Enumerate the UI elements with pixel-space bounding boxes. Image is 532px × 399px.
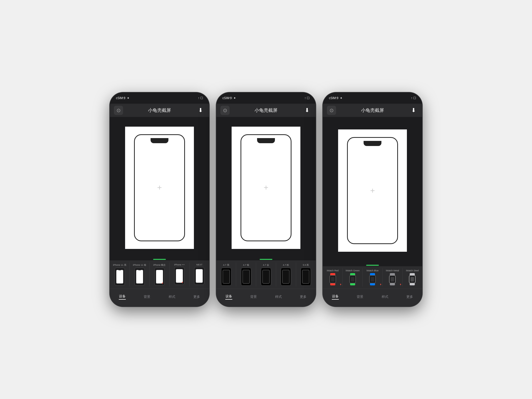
- watch-band-bottom-2: [370, 283, 375, 285]
- device-thumb-47-4: [301, 268, 311, 286]
- watch-thumb-0: [328, 273, 338, 286]
- tab-more-2[interactable]: 更多: [291, 295, 316, 301]
- watch-band-bottom-1: [350, 283, 355, 285]
- device-item-watch-steel[interactable]: iWatch Steel: [403, 268, 422, 287]
- tab-device-2[interactable]: 设备: [216, 294, 241, 302]
- device-item-47-pink[interactable]: 4.7 粉: [276, 262, 296, 287]
- tab-device-label-2: 设备: [225, 294, 232, 299]
- device-thumb-47-3: [281, 268, 291, 286]
- device-item-watch-metal[interactable]: iWatch Metal 📍: [383, 268, 403, 287]
- device-label-1: iPhone 11 银: [133, 263, 146, 267]
- phone-2: cSIM卡 ✦ ↑ ☐ ⊙ 小龟壳截屏 ⬇ +: [216, 92, 316, 307]
- tab-style-label-2: 样式: [275, 295, 282, 299]
- notch-1: [143, 92, 176, 100]
- green-dot-1: [153, 259, 166, 260]
- fingerprint-icon-1: ⊙: [116, 107, 121, 113]
- watch-thumb-1: [348, 273, 358, 286]
- tab-device-1[interactable]: 设备: [110, 294, 135, 302]
- fingerprint-button-1[interactable]: ⊙: [114, 106, 123, 115]
- device-item-next[interactable]: NEXT: [190, 262, 209, 287]
- watch-body-3: [389, 275, 396, 283]
- side-panel-left-3: [323, 117, 337, 264]
- download-button-3[interactable]: ⬇: [409, 106, 418, 115]
- green-indicator-1: [110, 258, 209, 260]
- watch-band-top-2: [370, 273, 375, 275]
- tab-device-label-1: 设备: [119, 294, 126, 299]
- phone-3: cSIM卡 ✦ ↑ ☐ ⊙ 小龟壳截屏 ⬇ +: [323, 92, 422, 307]
- tab-more-label-2: 更多: [300, 295, 307, 299]
- tab-device-label-3: 设备: [332, 294, 339, 299]
- device-thumb-inner-4: [196, 269, 203, 283]
- device-item-47-silver[interactable]: 4.7 银: [236, 262, 256, 287]
- device-item-iphone-plus[interactable]: iPhone ++ 📍: [170, 262, 190, 287]
- app-header-3: ⊙ 小龟壳截屏 ⬇: [323, 104, 422, 117]
- tab-bg-3[interactable]: 背景: [348, 295, 373, 301]
- watch-container-1: [349, 273, 356, 285]
- device-item-iphone11-silver[interactable]: iPhone 11 银: [130, 262, 150, 287]
- tab-style-2[interactable]: 样式: [266, 295, 291, 301]
- watch-band-top-1: [350, 273, 355, 275]
- tab-bg-2[interactable]: 背景: [241, 295, 266, 301]
- status-left-1: cSIM卡 ✦: [116, 96, 129, 100]
- side-panel-left-2: [216, 117, 230, 258]
- device-thumb-inner-2: [156, 270, 163, 284]
- watch-container-0: [329, 273, 336, 285]
- device-thumb-1: [135, 268, 145, 286]
- tab-more-3[interactable]: 更多: [397, 295, 422, 301]
- fingerprint-button-3[interactable]: ⊙: [327, 106, 336, 115]
- download-icon-2: ⬇: [305, 107, 309, 114]
- tab-more-label-3: 更多: [406, 295, 413, 299]
- device-item-iphone-concept[interactable]: iPhone 概念 📍: [150, 262, 169, 287]
- green-dot-3: [366, 265, 379, 266]
- tab-more-1[interactable]: 更多: [184, 295, 209, 301]
- device-label-47-3: 4.7 粉: [283, 263, 289, 267]
- device-thumb-inner-47-1: [243, 270, 250, 284]
- green-indicator-3: [323, 264, 422, 266]
- download-button-1[interactable]: ⬇: [196, 106, 205, 115]
- device-thumb-4: [194, 267, 204, 285]
- device-thumb-0: [115, 268, 125, 286]
- tab-style-3[interactable]: 样式: [373, 295, 397, 301]
- add-screenshot-icon-3: +: [370, 186, 375, 195]
- add-screenshot-icon-2: +: [264, 183, 269, 192]
- status-right-3: ↑ ☐: [411, 96, 416, 100]
- device-thumb-inner-47-4: [302, 270, 309, 284]
- device-label-4: NEXT: [196, 263, 202, 266]
- device-item-47-black[interactable]: 4.7 黑: [216, 262, 236, 287]
- device-label-0: iPhone 11 黑: [113, 263, 126, 267]
- device-label-47-2: 4.7 金: [263, 263, 269, 267]
- canvas-area-3[interactable]: +: [338, 129, 407, 252]
- header-title-2: 小龟壳截屏: [255, 107, 277, 113]
- side-panel-right-3: [408, 117, 422, 264]
- device-item-watch-green[interactable]: iWatch Green: [343, 268, 363, 287]
- watch-container-4: [409, 273, 416, 285]
- device-item-watch-blue[interactable]: iWatch Blue 📍: [363, 268, 382, 287]
- device-item-iphone11-black[interactable]: iPhone 11 黑: [110, 262, 130, 287]
- download-button-2[interactable]: ⬇: [302, 106, 312, 115]
- watch-thumb-3: [387, 273, 397, 286]
- device-thumb-47-2: [261, 268, 271, 286]
- device-label-3: iPhone ++: [174, 263, 185, 266]
- canvas-area-1[interactable]: +: [125, 127, 194, 249]
- phone-1: cSIM卡 ✦ ↑ ☐ ⊙ 小龟壳截屏 ⬇ +: [110, 92, 209, 307]
- tab-bg-1[interactable]: 背景: [135, 295, 160, 301]
- main-preview-3[interactable]: +: [323, 117, 422, 264]
- device-label-watch-4: iWatch Steel: [406, 269, 419, 272]
- watch-container-3: [389, 273, 396, 285]
- tab-device-3[interactable]: 设备: [323, 294, 348, 302]
- device-item-watch-red[interactable]: iWatch Red 📍: [323, 268, 343, 287]
- canvas-area-2[interactable]: +: [232, 127, 300, 249]
- device-item-47-gold[interactable]: 4.7 金: [256, 262, 276, 287]
- main-preview-1[interactable]: +: [110, 117, 209, 258]
- tab-style-1[interactable]: 样式: [159, 295, 184, 301]
- watch-body-4: [409, 275, 416, 283]
- main-preview-2[interactable]: +: [216, 117, 316, 258]
- device-thumb-47-1: [241, 268, 251, 286]
- tab-bar-1: 设备 背景 样式 更多: [110, 289, 209, 307]
- green-dot-2: [260, 259, 272, 260]
- device-selector-2: 4.7 黑 4.7 银 4.7 金 4.7 粉: [216, 260, 316, 289]
- device-thumb-inner-47-0: [223, 270, 230, 284]
- fingerprint-button-2[interactable]: ⊙: [220, 106, 230, 115]
- tab-active-indicator-2: [225, 299, 232, 300]
- device-item-55-black[interactable]: 5.5 黑: [296, 262, 316, 287]
